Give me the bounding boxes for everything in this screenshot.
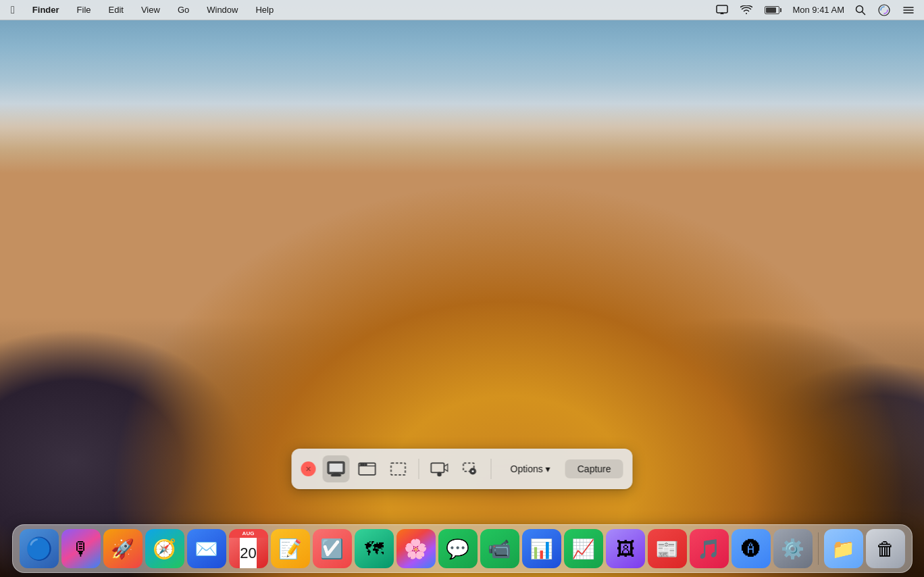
dock-item-appstore[interactable]: 🅐	[732, 529, 771, 568]
siri-menubar-icon[interactable]	[877, 3, 892, 18]
dock-item-preview[interactable]: 🖼	[606, 529, 645, 568]
dock-item-downloads[interactable]: 📁	[824, 529, 863, 568]
capture-button[interactable]: Capture	[565, 459, 623, 478]
dock-item-music[interactable]: 🎵	[690, 529, 729, 568]
go-menu[interactable]: Go	[175, 3, 192, 16]
options-button[interactable]: Options ▾	[500, 459, 559, 478]
menubar-right: Mon 9:41 AM	[715, 3, 916, 18]
menubar:  Finder File Edit View Go Window Help	[0, 0, 924, 20]
menubar-left:  Finder File Edit View Go Window Help	[8, 3, 715, 18]
dock-separator	[818, 532, 819, 565]
view-menu[interactable]: View	[138, 3, 163, 16]
file-menu[interactable]: File	[74, 3, 94, 16]
airplay-icon[interactable]	[715, 3, 729, 17]
options-label: Options	[510, 463, 542, 474]
svg-rect-7	[329, 463, 343, 472]
dock-item-calendar[interactable]: AUG 20	[229, 529, 268, 568]
battery-icon[interactable]	[763, 5, 783, 16]
screenshot-toolbar: Options ▾ Capture	[291, 449, 632, 489]
toolbar-separator-2	[490, 459, 491, 479]
capture-screen-button[interactable]	[322, 455, 349, 482]
menubar-time: Mon 9:41 AM	[792, 5, 844, 15]
wifi-icon[interactable]	[739, 4, 754, 16]
svg-point-13	[363, 463, 365, 466]
svg-rect-9	[331, 475, 340, 476]
close-button[interactable]	[301, 461, 315, 476]
svg-point-12	[360, 463, 362, 466]
window-menu[interactable]: Window	[204, 3, 240, 16]
dock-item-news[interactable]: 📰	[648, 529, 687, 568]
dock-item-launchpad[interactable]: 🚀	[103, 529, 143, 568]
desktop	[0, 0, 924, 577]
dock-item-finder[interactable]: 🔵	[20, 529, 59, 568]
dock-item-mail[interactable]: ✉️	[187, 529, 226, 568]
spotlight-icon[interactable]	[854, 3, 867, 17]
dock-item-trash[interactable]: 🗑	[866, 529, 905, 568]
dock-item-reminders[interactable]: ☑️	[313, 529, 352, 568]
dock: 🔵 🎙 🚀 🧭 ✉️ AUG 20 📝 ☑️	[0, 516, 924, 577]
record-screen-button[interactable]	[426, 455, 453, 482]
dock-item-maps[interactable]: 🗺	[355, 529, 394, 568]
dock-item-preferences[interactable]: ⚙️	[773, 529, 813, 568]
dock-item-numbers[interactable]: 📈	[564, 529, 603, 568]
finder-menu[interactable]: Finder	[30, 3, 62, 16]
calendar-month: AUG	[229, 529, 268, 538]
options-chevron: ▾	[546, 463, 550, 474]
notification-center-icon[interactable]	[901, 3, 916, 17]
dock-item-safari[interactable]: 🧭	[145, 529, 184, 568]
desert-overlay	[0, 0, 924, 577]
edit-menu[interactable]: Edit	[106, 3, 126, 16]
toolbar-separator	[418, 459, 419, 479]
calendar-day: 20	[240, 538, 256, 568]
apple-menu[interactable]: 	[8, 3, 18, 18]
dock-item-siri[interactable]: 🎙	[61, 529, 101, 568]
svg-rect-15	[391, 463, 405, 475]
dock-container: 🔵 🎙 🚀 🧭 ✉️ AUG 20 📝 ☑️	[12, 524, 913, 573]
dock-item-notes[interactable]: 📝	[271, 529, 310, 568]
dock-item-facetime[interactable]: 📹	[480, 529, 519, 568]
dock-item-photos[interactable]: 🌸	[396, 529, 436, 568]
dock-item-messages[interactable]: 💬	[438, 529, 478, 568]
svg-point-20	[471, 470, 474, 472]
svg-point-17	[438, 472, 441, 476]
capture-window-button[interactable]	[353, 455, 380, 482]
svg-rect-0	[717, 5, 727, 13]
svg-point-14	[365, 463, 367, 466]
dock-item-keynote[interactable]: 📊	[522, 529, 561, 568]
help-menu[interactable]: Help	[253, 3, 276, 16]
record-selection-button[interactable]	[457, 455, 484, 482]
capture-selection-button[interactable]	[384, 455, 411, 482]
svg-rect-16	[431, 463, 444, 472]
